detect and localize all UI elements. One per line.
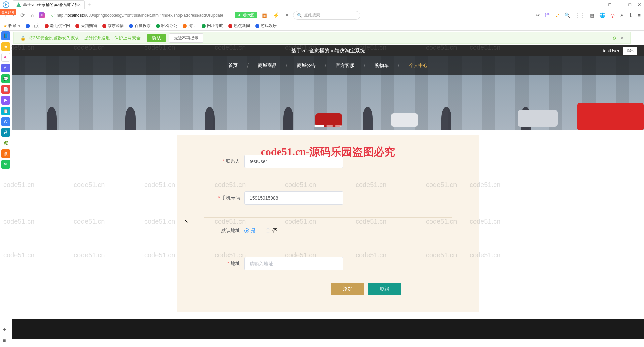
window-minimize-icon[interactable]: — bbox=[618, 2, 623, 7]
watermark-main: code51.cn-源码乐园盗图必究 bbox=[261, 145, 395, 159]
nav-profile[interactable]: 个人中心 bbox=[399, 56, 438, 75]
notice-settings-icon[interactable]: ⚙ bbox=[612, 36, 616, 41]
shield-icon[interactable]: 🛡 bbox=[554, 12, 559, 18]
phone-label: *手机号码 bbox=[204, 195, 244, 201]
logout-button[interactable]: 退出 bbox=[623, 47, 637, 55]
radio-no[interactable]: 否 bbox=[266, 228, 277, 234]
favorites-button[interactable]: ★收藏▾ bbox=[3, 23, 20, 29]
sidebar-app-5[interactable]: ▶ bbox=[1, 96, 10, 105]
toolbar-icon-2[interactable]: ⚡ bbox=[272, 12, 281, 18]
address-bar[interactable]: 🛡 http://localhost:8080/springbootkebgy/… bbox=[48, 11, 229, 20]
username-label: testUser bbox=[603, 48, 619, 53]
search-input[interactable]: 🔍 点此搜索 bbox=[293, 11, 360, 20]
sidebar-ai-2[interactable]: AI bbox=[1, 64, 10, 72]
address-form: code51.cn-源码乐园盗图必究 *联系人 *手机号码 默认地址 是 否 bbox=[177, 135, 479, 312]
sidebar-app-4[interactable]: 📄 bbox=[1, 85, 10, 94]
add-button[interactable]: 添加 bbox=[331, 283, 364, 295]
default-address-label: 默认地址 bbox=[204, 228, 244, 234]
nav-products[interactable]: 商城商品 bbox=[248, 56, 287, 75]
nav-announcements[interactable]: 商城公告 bbox=[287, 56, 326, 75]
nav-home[interactable]: 首页 bbox=[218, 56, 248, 75]
notice-later-button[interactable]: 最近不再提示 bbox=[169, 33, 203, 43]
browser-sidebar: 📘 ★ AI AI 💬 📄 ▶ 📋 W 译 🌿 微 ✉ bbox=[0, 30, 11, 170]
bookmark-news[interactable]: 热点新闻 bbox=[228, 23, 250, 29]
carousel-dot-1[interactable] bbox=[314, 125, 324, 127]
window-controls: ⊓ — □ ✕ bbox=[608, 2, 641, 7]
sidebar-weibo[interactable]: 微 bbox=[1, 149, 10, 158]
notice-close-icon[interactable]: ✕ bbox=[620, 36, 624, 41]
bookmark-tmall[interactable]: 天猫购物 bbox=[75, 23, 97, 29]
sidebar-menu-button[interactable]: ≡ bbox=[3, 338, 6, 339]
address-input[interactable] bbox=[244, 257, 343, 270]
phone-input[interactable] bbox=[244, 191, 343, 205]
bookmark-games[interactable]: 游戏娱乐 bbox=[255, 23, 277, 29]
sidebar-app-3[interactable]: 💬 bbox=[1, 74, 10, 83]
sidebar-app-6[interactable]: 📋 bbox=[1, 107, 10, 115]
radio-yes[interactable]: 是 bbox=[244, 228, 256, 234]
download-icon[interactable]: ⬇ bbox=[629, 12, 633, 18]
globe-icon[interactable]: 🌐 bbox=[599, 12, 606, 18]
zoom-icon[interactable]: 🔍 bbox=[564, 12, 571, 18]
sun-icon[interactable]: ☀ bbox=[620, 12, 624, 18]
nav-cart[interactable]: 购物车 bbox=[365, 56, 399, 75]
nav-service[interactable]: 官方客服 bbox=[326, 56, 365, 75]
login-badge[interactable]: 登录账号 bbox=[0, 9, 16, 15]
sidebar-app-8[interactable]: 译 bbox=[1, 128, 10, 137]
bookmark-baidu-search[interactable]: 百度搜索 bbox=[129, 23, 151, 29]
window-maximize-icon[interactable]: □ bbox=[629, 2, 631, 7]
sidebar-add-button[interactable]: + bbox=[3, 326, 7, 334]
new-tab-button[interactable]: + bbox=[87, 1, 91, 8]
browser-logo-icon bbox=[3, 1, 9, 8]
radio-icon bbox=[244, 228, 249, 233]
tab-title: 基于vue全家桶的pc端仿淘宝系 bbox=[23, 2, 78, 8]
carousel-dot-2[interactable] bbox=[326, 125, 333, 127]
sidebar-ai-1[interactable]: AI bbox=[1, 53, 10, 62]
site-nav: 首页 商城商品 商城公告 官方客服 购物车 个人中心 bbox=[12, 56, 644, 75]
browser-tab[interactable]: 基于vue全家桶的pc端仿淘宝系 × bbox=[13, 0, 85, 9]
site-footer bbox=[12, 319, 644, 339]
puzzle-icon[interactable]: ⋮⋮ bbox=[575, 12, 585, 18]
ai-icon[interactable]: AI bbox=[39, 12, 45, 18]
dropdown-icon[interactable]: ▾ bbox=[284, 12, 290, 18]
menu-icon[interactable]: ≡ bbox=[638, 12, 641, 18]
carousel-dot-3[interactable] bbox=[335, 125, 342, 127]
bookmark-jd[interactable]: 京东购物 bbox=[102, 23, 124, 29]
page-content: 基于vue全家桶的pc端仿淘宝系统 testUser 退出 首页 商城商品 商城… bbox=[12, 45, 644, 339]
image-count-badge[interactable]: ⬇3张大图 bbox=[235, 12, 257, 18]
bookmarks-bar: ★收藏▾ 百度 老毛桃官网 天猫购物 京东购物 百度搜索 轻松办公 淘宝 网址导… bbox=[0, 21, 644, 31]
sidebar-app-9[interactable]: 🌿 bbox=[1, 139, 10, 147]
toolbar-icon-1[interactable]: ▦ bbox=[261, 12, 268, 18]
bookmark-office[interactable]: 轻松办公 bbox=[156, 23, 177, 29]
home-button[interactable]: ⌂ bbox=[30, 12, 36, 18]
url-text: http://localhost:8080/springbootkebgy/fr… bbox=[57, 13, 223, 18]
lock-icon: 🛡 bbox=[51, 13, 55, 18]
bookmark-taobao[interactable]: 淘宝 bbox=[183, 23, 196, 29]
sidebar-app-1[interactable]: 📘 bbox=[1, 31, 10, 40]
site-header: 基于vue全家桶的pc端仿淘宝系统 testUser 退出 bbox=[12, 45, 644, 56]
vue-icon bbox=[16, 2, 21, 7]
radio-icon bbox=[266, 228, 270, 233]
sidebar-app-7[interactable]: W bbox=[1, 117, 10, 126]
window-close-icon[interactable]: ✕ bbox=[637, 2, 641, 7]
cancel-button[interactable]: 取消 bbox=[368, 283, 401, 295]
browser-tab-bar: 基于vue全家桶的pc端仿淘宝系 × + ⊓ — □ ✕ bbox=[0, 0, 644, 9]
reload-button[interactable]: ⟳ bbox=[19, 12, 26, 18]
bookmark-baidu[interactable]: 百度 bbox=[26, 23, 39, 29]
sidebar-mail[interactable]: ✉ bbox=[1, 160, 10, 169]
carousel-dots[interactable] bbox=[314, 125, 342, 127]
address-label: *地址 bbox=[204, 261, 244, 267]
default-browser-notice: 🔒 将360安全浏览器设为默认，提升打开速度，保护上网安全 确 认 最近不再提示… bbox=[13, 32, 631, 44]
tab-close-icon[interactable]: × bbox=[78, 2, 81, 7]
search-icon: 🔍 bbox=[297, 13, 302, 18]
notice-lock-icon: 🔒 bbox=[20, 36, 26, 41]
scissors-icon[interactable]: ✂ bbox=[536, 12, 540, 18]
target-icon[interactable]: ◎ bbox=[610, 12, 615, 18]
sidebar-app-2[interactable]: ★ bbox=[1, 42, 10, 51]
window-pin-icon[interactable]: ⊓ bbox=[608, 2, 612, 7]
translate-icon[interactable]: 译 bbox=[545, 12, 550, 18]
bookmark-nav[interactable]: 网址导航 bbox=[202, 23, 223, 29]
contact-label: *联系人 bbox=[204, 158, 244, 164]
apps-icon[interactable]: ▦ bbox=[590, 12, 595, 18]
bookmark-laomaotao[interactable]: 老毛桃官网 bbox=[45, 23, 70, 29]
notice-confirm-button[interactable]: 确 认 bbox=[147, 34, 166, 42]
